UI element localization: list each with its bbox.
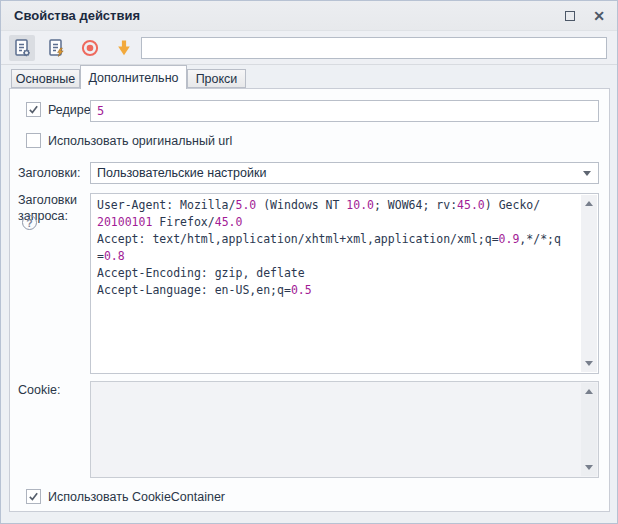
action-properties-button[interactable] [9, 35, 35, 61]
check-icon [28, 104, 39, 115]
document-lightning-icon [45, 37, 67, 59]
use-original-url-label: Использовать оригинальный url [48, 134, 232, 148]
window-title: Свойства действия [14, 8, 140, 23]
cookie-textarea[interactable] [90, 381, 599, 478]
scroll-up-icon[interactable] [585, 201, 593, 206]
tab-dopolnitelno[interactable]: Дополнительно [80, 65, 187, 89]
close-button[interactable]: ✕ [589, 7, 609, 25]
record-button[interactable] [77, 35, 103, 61]
redirect-input[interactable] [90, 100, 599, 122]
check-icon [28, 491, 39, 502]
vertical-scrollbar[interactable] [581, 383, 597, 476]
use-cookie-container-checkbox[interactable] [26, 489, 41, 504]
maximize-icon [565, 11, 575, 21]
advanced-tab-page: Редирект Использовать оригинальный url З… [9, 88, 610, 512]
scroll-down-icon[interactable] [585, 361, 593, 366]
toolbar [1, 31, 617, 65]
close-icon: ✕ [593, 8, 605, 24]
use-original-url-checkbox[interactable] [26, 133, 41, 148]
cookie-text [91, 384, 581, 475]
titlebar: Свойства действия ✕ [1, 1, 617, 31]
maximize-button[interactable] [560, 7, 580, 25]
tab-label: Прокси [196, 72, 238, 86]
tab-proksi[interactable]: Прокси [187, 69, 246, 88]
headers-label: Заголовки: [18, 166, 80, 180]
cookie-label: Cookie: [18, 383, 60, 397]
scroll-down-icon[interactable] [585, 465, 593, 470]
headers-select[interactable]: Пользовательские настройки [90, 162, 599, 184]
request-headers-text: User-Agent: Mozilla/5.0 (Windows NT 10.0… [91, 196, 581, 371]
action-properties-window: Свойства действия ✕ [0, 0, 618, 524]
tab-label: Основные [16, 72, 75, 86]
action-script-button[interactable] [43, 35, 69, 61]
record-circle-icon [79, 37, 101, 59]
toolbar-input[interactable] [141, 37, 607, 59]
use-cookie-container-label: Использовать CookieContainer [48, 490, 225, 504]
arrow-down-icon [113, 37, 135, 59]
scroll-up-icon[interactable] [585, 389, 593, 394]
redirect-checkbox[interactable] [26, 102, 41, 117]
request-headers-textarea[interactable]: User-Agent: Mozilla/5.0 (Windows NT 10.0… [90, 193, 599, 374]
headers-select-value: Пользовательские настройки [97, 166, 266, 180]
help-icon[interactable]: ? [22, 215, 37, 230]
chevron-down-icon[interactable] [583, 171, 591, 176]
document-gear-icon [11, 37, 33, 59]
vertical-scrollbar[interactable] [581, 195, 597, 372]
tab-osnovnye[interactable]: Основные [11, 69, 80, 88]
tab-label: Дополнительно [89, 71, 179, 85]
download-button[interactable] [111, 35, 137, 61]
